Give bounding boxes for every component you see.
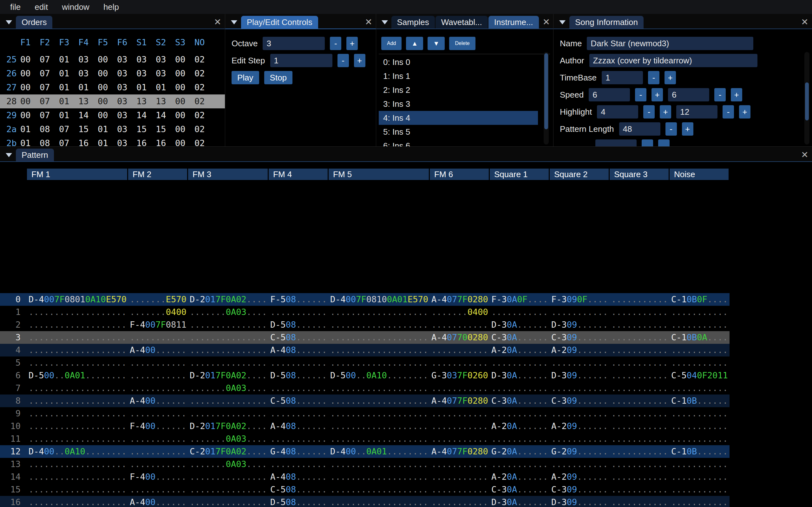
order-cell[interactable]: 03 <box>117 95 136 108</box>
pattern-cell[interactable]: A-20A...... <box>490 420 550 433</box>
order-cell[interactable]: 14 <box>136 108 156 122</box>
pattern-cell[interactable]: ........... <box>430 344 490 356</box>
pattern-length-input[interactable]: 48 <box>619 122 660 135</box>
order-cell[interactable]: 01 <box>59 66 78 80</box>
pattern-cell[interactable]: A-4077F0280 <box>430 293 490 306</box>
pattern-cell[interactable]: D-508...... <box>269 319 328 331</box>
order-cell[interactable]: 03 <box>136 66 156 80</box>
close-icon[interactable]: ✕ <box>361 16 376 29</box>
order-cell[interactable]: 01 <box>98 122 117 136</box>
order-row-number[interactable]: 26 <box>0 66 20 80</box>
order-cell[interactable]: 03 <box>156 66 175 80</box>
pattern-row[interactable]: 10...................F-400......D-2017F0… <box>0 420 729 433</box>
pattern-cell[interactable]: ................... <box>328 344 430 356</box>
order-cell[interactable]: 07 <box>59 122 78 136</box>
pattern-cell[interactable]: A-20A...... <box>490 344 550 356</box>
pattern-cell[interactable]: C-30A...... <box>490 395 550 407</box>
tab-wavetabl[interactable]: Wavetabl... <box>436 16 488 29</box>
timebase-minus-button[interactable]: - <box>648 71 659 84</box>
order-cell[interactable]: 02 <box>194 136 214 147</box>
pattern-row[interactable]: 12D-400..0A10...................C-2017F0… <box>0 445 729 458</box>
pattern-cell[interactable]: ........... <box>550 306 610 319</box>
close-icon[interactable]: ✕ <box>798 16 812 29</box>
pattern-cell[interactable]: ................... <box>27 433 128 445</box>
pattern-cell[interactable]: F-508...... <box>269 293 328 306</box>
order-cell[interactable]: 13 <box>78 95 98 108</box>
pattern-cell[interactable]: ........... <box>610 470 670 483</box>
pattern-cell[interactable]: ................... <box>328 420 430 433</box>
pattern-cell[interactable]: ........... <box>269 356 328 369</box>
channel-header-square-3[interactable]: Square 3 <box>610 169 670 180</box>
channel-header-fm-3[interactable]: FM 3 <box>188 169 269 180</box>
pattern-cell[interactable]: ........... <box>610 344 670 356</box>
order-cell[interactable]: 01 <box>59 53 78 66</box>
pattern-cell[interactable]: C-508...... <box>269 331 328 344</box>
order-cell[interactable]: 07 <box>40 80 59 95</box>
instrument-item[interactable]: 1: Ins 1 <box>379 69 538 83</box>
channel-header-fm-2[interactable]: FM 2 <box>128 169 188 180</box>
order-row[interactable]: 2800070113000313130002 <box>0 95 225 108</box>
pattern-cell[interactable]: ................... <box>27 420 128 433</box>
pattern-cell[interactable]: ........... <box>430 407 490 420</box>
pattern-cell[interactable]: .......0A03.... <box>188 382 269 395</box>
pattern-cell[interactable]: A-209...... <box>550 344 610 356</box>
pattern-cell[interactable]: D-4007F08100A01E570 <box>328 293 430 306</box>
pattern-cell[interactable]: ............... <box>188 331 269 344</box>
pattern-cell[interactable]: F-400...... <box>128 420 188 433</box>
pattern-cell[interactable]: ........... <box>610 445 670 458</box>
pattern-cell[interactable]: ................... <box>328 319 430 331</box>
pattern-row[interactable]: 9.......................................… <box>0 407 729 420</box>
pattern-cell[interactable]: ........... <box>670 356 729 369</box>
pattern-cell[interactable]: ........... <box>670 407 729 420</box>
pattern-cell[interactable]: ........... <box>610 483 670 496</box>
pattern-cell[interactable]: ........... <box>128 356 188 369</box>
pattern-cell[interactable]: ................... <box>27 319 128 331</box>
order-cell[interactable]: 00 <box>20 95 40 108</box>
pattern-cell[interactable]: ................... <box>328 395 430 407</box>
order-cell[interactable]: 03 <box>78 66 98 80</box>
menu-window[interactable]: window <box>55 2 96 12</box>
pattern-cell[interactable]: ........... <box>430 483 490 496</box>
order-cell[interactable]: 13 <box>136 95 156 108</box>
pattern-cell[interactable]: ........... <box>610 382 670 395</box>
pattern-cell[interactable]: ................... <box>27 382 128 395</box>
order-cell[interactable]: 08 <box>40 122 59 136</box>
pattern-cell[interactable]: ........... <box>128 407 188 420</box>
pattern-row[interactable]: 5.......................................… <box>0 356 729 369</box>
pattern-cell[interactable]: D-2017F0A02.... <box>188 369 269 382</box>
order-row-number[interactable]: 2b <box>0 136 20 147</box>
pattern-cell[interactable]: ........... <box>490 458 550 470</box>
pattern-cell[interactable]: A-4077F0280 <box>430 445 490 458</box>
channel-header-square-2[interactable]: Square 2 <box>550 169 610 180</box>
move-up-icon[interactable]: ▲ <box>406 37 423 50</box>
order-cell[interactable]: 00 <box>175 108 194 122</box>
order-cell[interactable]: 00 <box>98 95 117 108</box>
order-cell[interactable]: 02 <box>194 66 214 80</box>
pattern-cell[interactable]: C-30A...... <box>490 483 550 496</box>
pattern-cell[interactable]: ........... <box>430 382 490 395</box>
order-cell[interactable]: 16 <box>156 136 175 147</box>
pattern-cell[interactable]: ........... <box>128 382 188 395</box>
channel-header-fm-4[interactable]: FM 4 <box>269 169 328 180</box>
stop-button[interactable]: Stop <box>264 71 293 84</box>
pattern-cell[interactable]: ........... <box>430 356 490 369</box>
pattern-cell[interactable]: ................... <box>328 496 430 507</box>
pattern-cell[interactable]: F-30A0F.... <box>490 293 550 306</box>
pattern-cell[interactable]: ............... <box>188 483 269 496</box>
pattern-cell[interactable]: A-209...... <box>550 420 610 433</box>
order-row[interactable]: 2900070114000314140002 <box>0 108 225 122</box>
order-cell[interactable]: 01 <box>136 80 156 95</box>
order-row[interactable]: 2500070103000303030002 <box>0 53 225 66</box>
channel-header-fm-1[interactable]: FM 1 <box>27 169 128 180</box>
pattern-cell[interactable]: ........... <box>610 293 670 306</box>
speed-1-minus-button[interactable]: - <box>635 88 647 101</box>
order-cell[interactable]: 01 <box>78 80 98 95</box>
pattern-cell[interactable]: D-30A...... <box>490 369 550 382</box>
pattern-cell[interactable]: D-500..0A10........ <box>328 369 430 382</box>
pattern-cell[interactable]: ................... <box>328 331 430 344</box>
speed-1-input[interactable]: 6 <box>589 88 630 101</box>
close-icon[interactable]: ✕ <box>540 16 553 29</box>
pattern-cell[interactable]: ........... <box>269 458 328 470</box>
order-cell[interactable]: 00 <box>20 108 40 122</box>
order-cell[interactable]: 07 <box>40 108 59 122</box>
